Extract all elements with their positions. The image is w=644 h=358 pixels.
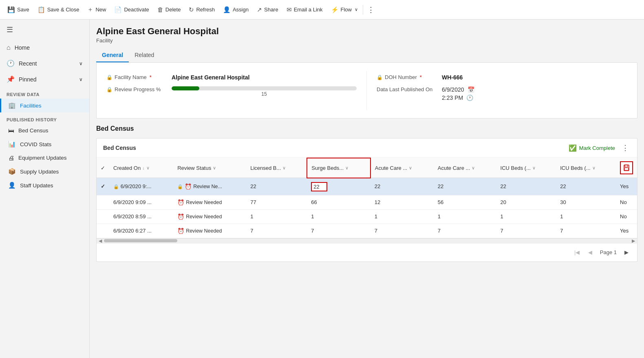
row3-licensed-beds: 1 xyxy=(246,209,307,224)
email-link-button[interactable]: ✉ Email a Link xyxy=(282,4,327,16)
col-review-status[interactable]: Review Status ∨ xyxy=(173,158,246,178)
col-acute-care2[interactable]: Acute Care ... ∨ xyxy=(434,158,496,178)
row2-surge-beds: 66 xyxy=(307,195,370,209)
equipment-updates-icon: 🖨 xyxy=(8,154,14,161)
refresh-button[interactable]: ↻ Refresh xyxy=(185,4,219,16)
mark-complete-button[interactable]: ✅ Mark Complete xyxy=(569,144,615,152)
share-icon: ↗ xyxy=(257,6,262,13)
row1-surge-beds[interactable]: 22 xyxy=(307,178,370,195)
tab-related[interactable]: Related xyxy=(129,48,160,62)
sidebar-item-staff-updates[interactable]: 👤 Staff Updates xyxy=(0,178,89,192)
bed-census-table-card: Bed Census ✅ Mark Complete ⋮ ✓ xyxy=(96,138,637,262)
prev-page-button[interactable]: ◀ xyxy=(584,247,596,258)
table-card-header: Bed Census ✅ Mark Complete ⋮ xyxy=(97,138,637,158)
sidebar-item-covid-stats[interactable]: 📊 COVID Stats xyxy=(0,137,89,151)
col-acute-care1[interactable]: Acute Care ... ∨ xyxy=(371,158,434,178)
facility-name-value: Alpine East General Hospital xyxy=(172,74,357,81)
row3-icu-beds2: 1 xyxy=(556,209,616,224)
table-scroll-container: ✓ Created On ↓ ∨ xyxy=(97,158,637,238)
share-button[interactable]: ↗ Share xyxy=(253,4,282,16)
row4-created-on: 6/9/2020 6:27 ... xyxy=(109,224,173,238)
row2-icu-beds2: 30 xyxy=(556,195,616,209)
col-licensed-beds[interactable]: Licensed B... ∨ xyxy=(246,158,307,178)
acute-care1-chevron-icon: ∨ xyxy=(409,165,412,171)
row3-icu-beds1: 1 xyxy=(496,209,556,224)
deactivate-button[interactable]: 📄 Deactivate xyxy=(110,4,153,16)
save-button[interactable]: 💾 Save xyxy=(3,4,33,16)
row4-icu-beds1: 7 xyxy=(496,224,556,238)
surge-beds-chevron-icon: ∨ xyxy=(345,165,348,171)
record-header: Alpine East General Hospital Facility xyxy=(96,26,637,44)
new-button[interactable]: ＋ New xyxy=(83,3,110,16)
home-icon: ⌂ xyxy=(7,44,11,51)
row1-status-icon: ⏰ xyxy=(185,183,192,190)
row3-created-on: 6/9/2020 8:59 ... xyxy=(109,209,173,224)
review-progress-lock-icon: 🔒 xyxy=(106,87,112,92)
content-area: Alpine East General Hospital Facility Ge… xyxy=(90,20,644,358)
sidebar-item-bed-census[interactable]: 🛏 Bed Census xyxy=(0,124,89,137)
horizontal-scrollbar[interactable]: ◀ ▶ xyxy=(97,238,637,243)
surge-beds-edit-input[interactable]: 22 xyxy=(311,182,327,191)
first-page-button[interactable]: |◀ xyxy=(571,247,583,258)
sidebar-item-pinned[interactable]: 📌 Pinned ∨ xyxy=(0,71,89,87)
supply-updates-icon: 📦 xyxy=(8,168,16,175)
delete-button[interactable]: 🗑 Delete xyxy=(153,4,185,15)
table-header: ✓ Created On ↓ ∨ xyxy=(97,158,637,178)
row2-icu-beds1: 20 xyxy=(496,195,556,209)
toolbar-more-button[interactable]: ⋮ xyxy=(364,3,378,17)
flow-button[interactable]: ⚡ Flow ∨ xyxy=(327,4,362,16)
scroll-left-arrow[interactable]: ◀ xyxy=(97,238,103,244)
scroll-thumb[interactable] xyxy=(104,239,177,242)
recent-icon: 🕐 xyxy=(7,59,15,67)
sidebar-item-recent[interactable]: 🕐 Recent ∨ xyxy=(0,55,89,71)
new-icon: ＋ xyxy=(87,6,93,13)
row4-acute-care1: 7 xyxy=(371,224,434,238)
save-close-button[interactable]: 📋 Save & Close xyxy=(33,4,84,16)
mark-complete-icon: ✅ xyxy=(569,144,577,152)
form-card: 🔒 Facility Name * Alpine East General Ho… xyxy=(96,62,637,119)
sidebar-item-equipment-updates[interactable]: 🖨 Equipment Updates xyxy=(0,151,89,165)
col-icu-beds2[interactable]: ICU Beds (... ∨ xyxy=(556,158,616,178)
scroll-right-arrow[interactable]: ▶ xyxy=(631,238,636,244)
col-created-on[interactable]: Created On ↓ ∨ xyxy=(109,158,173,178)
table-row: ✓ 🔒 6/9/2020 9:... 🔒 ⏰ xyxy=(97,178,637,195)
review-progress-field: 🔒 Review Progress % 15 xyxy=(106,86,357,97)
created-on-sort-icon: ↓ xyxy=(142,165,145,170)
page-label: Page 1 xyxy=(600,249,617,255)
main-layout: ☰ ⌂ Home 🕐 Recent ∨ 📌 Pinned ∨ Review Da… xyxy=(0,20,644,358)
col-icu-beds1[interactable]: ICU Beds (... ∨ xyxy=(496,158,556,178)
save-icon: 💾 xyxy=(7,6,15,13)
row1-review-status: 🔒 ⏰ Review Ne... xyxy=(173,178,246,195)
save-row-button[interactable] xyxy=(620,161,633,174)
next-page-button[interactable]: ▶ xyxy=(621,247,632,258)
toolbar: 💾 Save 📋 Save & Close ＋ New 📄 Deactivate… xyxy=(0,0,644,20)
flow-chevron-icon: ∨ xyxy=(355,7,358,12)
bed-census-table: ✓ Created On ↓ ∨ xyxy=(97,158,637,238)
data-last-published-field: Data Last Published On 6/9/2020 📅 2:23 P… xyxy=(377,86,627,101)
sidebar-item-home[interactable]: ⌂ Home xyxy=(0,40,89,55)
table-kebab-menu[interactable]: ⋮ xyxy=(620,143,631,152)
refresh-icon: ↻ xyxy=(189,6,194,13)
row2-last-col: No xyxy=(616,195,637,209)
assign-button[interactable]: 👤 Assign xyxy=(219,4,253,16)
record-title: Alpine East General Hospital xyxy=(96,26,637,37)
row3-acute-care1: 1 xyxy=(371,209,434,224)
table-card-title: Bed Census xyxy=(103,145,569,151)
delete-icon: 🗑 xyxy=(157,6,163,13)
table-body: ✓ 🔒 6/9/2020 9:... 🔒 ⏰ xyxy=(97,178,637,238)
bed-census-icon: 🛏 xyxy=(8,127,14,134)
clock-icon[interactable]: 🕐 xyxy=(466,94,473,101)
sidebar-item-facilities[interactable]: 🏢 Facilities xyxy=(0,99,89,112)
tab-general[interactable]: General xyxy=(96,48,129,62)
col-surge-beds[interactable]: Surge Beds... ∨ xyxy=(307,158,370,178)
deactivate-icon: 📄 xyxy=(114,6,122,13)
row2-created-on: 6/9/2020 9:09 ... xyxy=(109,195,173,209)
row2-check xyxy=(97,195,109,209)
calendar-icon[interactable]: 📅 xyxy=(468,86,474,93)
sidebar-item-supply-updates[interactable]: 📦 Supply Updates xyxy=(0,165,89,178)
progress-bar-fill xyxy=(172,86,199,90)
assign-icon: 👤 xyxy=(223,6,231,13)
hamburger-menu[interactable]: ☰ xyxy=(0,20,89,40)
data-last-published-date: 6/9/2020 xyxy=(442,86,464,93)
doh-number-label: 🔒 DOH Number * xyxy=(377,74,442,80)
